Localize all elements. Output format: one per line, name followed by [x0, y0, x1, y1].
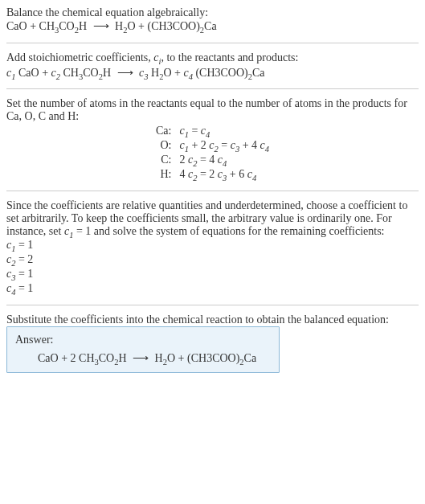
intro-section: Balance the chemical equation algebraica…: [6, 6, 419, 35]
element-label: H:: [6, 168, 171, 182]
solution-c1: c1 = 1: [6, 239, 419, 253]
reaction-arrow-icon: ⟶: [129, 351, 152, 365]
species-cao: CaO: [6, 20, 27, 32]
atom-balance-text: Set the number of atoms in the reactants…: [6, 97, 419, 123]
reaction-arrow-icon: ⟶: [90, 19, 112, 33]
element-label: O:: [6, 139, 171, 154]
atom-equation-c: 2 c2 = 4 c4: [179, 154, 419, 168]
species-water: H2O: [115, 20, 136, 32]
solve-text: Since the coefficients are relative quan…: [6, 199, 419, 240]
species-acetic-acid: CH3CO2H: [39, 20, 88, 32]
solution-c4: c4 = 1: [6, 282, 419, 297]
answer-box: Answer: CaO + 2 CH3CO2H ⟶ H2O + (CH3COO)…: [6, 326, 280, 374]
unbalanced-equation: CaO + CH3CO2H ⟶ H2O + (CH3COO)2Ca: [6, 19, 419, 35]
solution-c3: c3 = 1: [6, 268, 419, 282]
divider: [6, 305, 419, 305]
species-calcium-acetate: (CH3COO)2Ca: [148, 20, 217, 32]
atom-balance-table: Ca: c1 = c4 O: c1 + 2 c2 = c3 + 4 c4 C: …: [6, 125, 419, 182]
atom-equation-h: 4 c2 = 2 c3 + 6 c4: [179, 168, 419, 182]
atom-balance-section: Set the number of atoms in the reactants…: [6, 97, 419, 182]
atom-equation-o: c1 + 2 c2 = c3 + 4 c4: [179, 139, 419, 154]
element-label: Ca:: [6, 125, 171, 139]
balanced-equation: CaO + 2 CH3CO2H ⟶ H2O + (CH3COO)2Ca: [15, 351, 271, 367]
substitute-text: Substitute the coefficients into the che…: [6, 313, 419, 326]
answer-title: Answer:: [15, 334, 271, 346]
solution-c2: c2 = 2: [6, 253, 419, 268]
intro-text: Balance the chemical equation algebraica…: [6, 6, 419, 19]
coefficients-equation: c1 CaO + c2 CH3CO2H ⟶ c3 H2O + c4 (CH3CO…: [6, 66, 419, 81]
divider: [6, 43, 419, 43]
atom-equation-ca: c1 = c4: [179, 125, 419, 139]
element-label: C:: [6, 154, 171, 168]
divider: [6, 191, 419, 191]
substitute-section: Substitute the coefficients into the che…: [6, 313, 419, 374]
divider: [6, 88, 419, 89]
coefficients-text: Add stoichiometric coefficients, ci, to …: [6, 51, 419, 66]
solve-section: Since the coefficients are relative quan…: [6, 199, 419, 297]
coefficients-section: Add stoichiometric coefficients, ci, to …: [6, 51, 419, 81]
reaction-arrow-icon: ⟶: [114, 66, 137, 80]
